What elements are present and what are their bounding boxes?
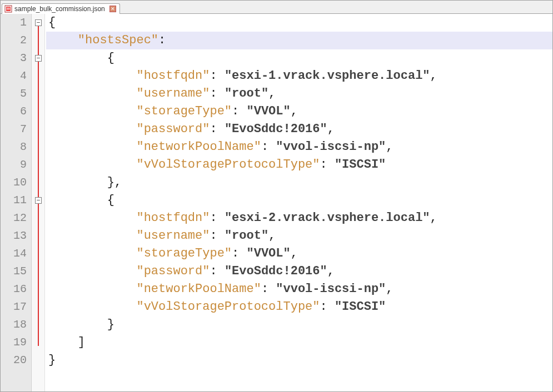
whitespace [48, 193, 107, 207]
json-punct: , [291, 247, 298, 260]
json-punct: } [107, 318, 114, 331]
code-line[interactable]: "hostfqdn": "esxi-1.vrack.vsphere.local"… [46, 67, 552, 85]
json-key: "hostfqdn" [136, 69, 210, 83]
fold-toggle[interactable]: − [35, 197, 42, 204]
json-string: "VVOL" [246, 247, 290, 260]
file-tab[interactable]: sample_bulk_commission.json ✕ [2, 3, 120, 14]
json-punct: , [327, 264, 335, 278]
json-punct: }, [107, 175, 122, 189]
code-line[interactable]: "vVolStorageProtocolType": "ISCSI" [46, 156, 552, 174]
line-number: 19 [1, 334, 27, 351]
json-punct: , [386, 282, 393, 296]
json-string: "esxi-1.vrack.vsphere.local" [225, 69, 430, 83]
line-number: 15 [1, 263, 27, 280]
json-punct: , [268, 229, 276, 243]
line-number: 3 [1, 49, 27, 67]
line-number: 20 [1, 351, 27, 369]
whitespace [48, 104, 136, 118]
whitespace [48, 335, 78, 349]
code-line[interactable]: { [46, 49, 552, 67]
json-punct: : [320, 300, 335, 314]
editor-window: sample_bulk_commission.json ✕ 1234567891… [0, 0, 553, 392]
whitespace [48, 122, 136, 136]
whitespace [48, 140, 136, 154]
json-punct: : [232, 247, 246, 260]
json-string: "esxi-2.vrack.vsphere.local" [225, 211, 430, 225]
code-line[interactable]: { [46, 192, 552, 209]
close-icon[interactable]: ✕ [109, 6, 116, 12]
json-punct: : [210, 122, 224, 136]
json-key: "password" [136, 122, 210, 136]
json-string: "VVOL" [246, 104, 290, 118]
line-number: 13 [1, 227, 27, 245]
whitespace [48, 51, 107, 65]
code-line[interactable]: ] [46, 334, 552, 351]
fold-toggle[interactable]: − [35, 19, 42, 26]
fold-toggle[interactable]: − [35, 55, 42, 62]
code-line[interactable]: "username": "root", [46, 227, 552, 245]
json-punct: : [320, 158, 335, 172]
code-line[interactable]: "password": "EvoSddc!2016", [46, 120, 552, 138]
code-line[interactable]: "vVolStorageProtocolType": "ISCSI" [46, 298, 552, 316]
json-key: "networkPoolName" [136, 140, 261, 154]
json-key: "storageType" [136, 104, 232, 118]
json-punct: ] [78, 335, 85, 349]
json-string: "vvol-iscsi-np" [276, 282, 386, 296]
code-editor[interactable]: 1234567891011121314151617181920 −−− { "h… [1, 14, 552, 391]
code-line[interactable]: "hostfqdn": "esxi-2.vrack.vsphere.local"… [46, 209, 552, 227]
json-punct: , [291, 104, 298, 118]
code-line[interactable]: } [46, 351, 552, 369]
code-line[interactable]: }, [46, 174, 552, 192]
line-number: 4 [1, 67, 27, 85]
line-number: 12 [1, 209, 27, 227]
code-line[interactable]: "password": "EvoSddc!2016", [46, 263, 552, 280]
json-string: "ISCSI" [335, 300, 386, 314]
code-area[interactable]: { "hostsSpec": { "hostfqdn": "esxi-1.vra… [45, 14, 552, 391]
code-line[interactable]: "hostsSpec": [46, 32, 552, 49]
code-line[interactable]: "networkPoolName": "vvol-iscsi-np", [46, 138, 552, 156]
tab-filename-label: sample_bulk_commission.json [14, 5, 105, 13]
json-punct: , [327, 122, 335, 136]
whitespace [48, 175, 107, 189]
whitespace [48, 158, 136, 172]
json-punct: , [430, 211, 437, 225]
json-string: "EvoSddc!2016" [225, 122, 327, 136]
json-key: "hostsSpec" [78, 33, 158, 47]
json-key: "username" [136, 229, 210, 243]
json-punct: : [210, 69, 224, 83]
code-line[interactable]: } [46, 316, 552, 334]
whitespace [48, 264, 136, 278]
json-key: "storageType" [136, 247, 232, 260]
code-line[interactable]: "storageType": "VVOL", [46, 245, 552, 263]
json-punct: , [386, 140, 393, 154]
code-line[interactable]: "storageType": "VVOL", [46, 103, 552, 120]
whitespace [48, 300, 136, 314]
fold-column[interactable]: −−− [32, 14, 45, 391]
line-number: 5 [1, 85, 27, 103]
whitespace [48, 247, 136, 260]
json-string: "vvol-iscsi-np" [276, 140, 386, 154]
json-string: "ISCSI" [335, 158, 386, 172]
line-number: 10 [1, 174, 27, 192]
json-key: "vVolStorageProtocolType" [136, 300, 320, 314]
json-punct: : [261, 140, 276, 154]
json-key: "networkPoolName" [136, 282, 261, 296]
whitespace [48, 211, 136, 225]
line-number: 7 [1, 120, 27, 138]
json-key: "hostfqdn" [136, 211, 210, 225]
code-line[interactable]: "networkPoolName": "vvol-iscsi-np", [46, 280, 552, 298]
json-punct: { [107, 193, 114, 207]
code-line[interactable]: { [46, 14, 552, 32]
line-number-gutter: 1234567891011121314151617181920 [1, 14, 32, 391]
line-number: 11 [1, 192, 27, 209]
line-number: 17 [1, 298, 27, 316]
file-icon [4, 5, 12, 13]
tab-bar: sample_bulk_commission.json ✕ [1, 1, 552, 14]
json-string: "root" [225, 229, 268, 243]
json-punct: : [210, 87, 224, 100]
code-line[interactable]: "username": "root", [46, 85, 552, 103]
line-number: 2 [1, 32, 27, 49]
line-number: 6 [1, 103, 27, 120]
json-punct: { [48, 16, 56, 29]
line-number: 1 [1, 14, 27, 32]
